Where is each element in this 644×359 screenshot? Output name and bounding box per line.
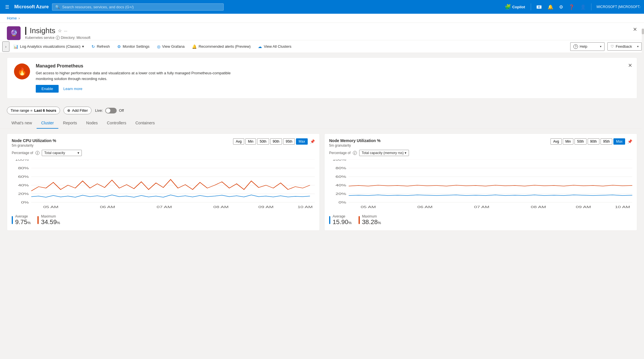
more-options-icon[interactable]: ··· <box>64 29 67 33</box>
time-range-prefix: Time range = <box>11 108 32 113</box>
feedback-label: Feedback <box>616 44 632 49</box>
memory-min-btn[interactable]: Min <box>563 138 573 145</box>
memory-max-legend: Maximum 38.28% <box>359 214 381 226</box>
memory-pin-icon[interactable]: 📌 <box>627 139 632 144</box>
tab-nodes[interactable]: Nodes <box>82 118 102 129</box>
svg-text:10 AM: 10 AM <box>615 205 630 209</box>
add-filter-label: Add Filter <box>72 108 88 113</box>
alerts-icon: 🔔 <box>192 44 197 49</box>
cpu-95th-btn[interactable]: 95th <box>283 138 295 145</box>
memory-avg-legend-text: Average 15.90% <box>333 214 352 226</box>
breadcrumb-separator: › <box>19 16 20 20</box>
brand-name: Microsoft Azure <box>14 4 49 9</box>
svg-text:09 AM: 09 AM <box>576 205 591 209</box>
cpu-50th-btn[interactable]: 50th <box>257 138 269 145</box>
page-title-text: Insights <box>30 26 55 35</box>
memory-avg-swatch <box>329 216 330 224</box>
user-label: MICROSOFT (MICROSOFT.ONMI... <box>597 5 641 9</box>
refresh-button[interactable]: ↻ Refresh <box>88 42 113 51</box>
cpu-avg-btn[interactable]: Avg <box>233 138 244 145</box>
bell-icon: 🔔 <box>548 4 553 10</box>
memory-avg-btn[interactable]: Avg <box>550 138 561 145</box>
search-bar[interactable]: 🔍 Search resources, services, and docs (… <box>52 3 224 11</box>
live-toggle-switch[interactable] <box>105 108 117 113</box>
live-toggle: Live: Off <box>95 108 124 113</box>
cpu-filter-info-icon: i <box>35 151 39 155</box>
scrollbar-thumb[interactable] <box>642 29 644 34</box>
max-color-swatch <box>37 216 39 224</box>
gear-icon: ⚙ <box>559 4 563 10</box>
svg-text:06 AM: 06 AM <box>100 205 115 209</box>
page-title: Insights ☆ ··· <box>25 26 637 35</box>
hamburger-menu[interactable]: ☰ <box>3 3 11 11</box>
person-icon: 👤 <box>580 4 586 10</box>
cpu-min-btn[interactable]: Min <box>245 138 256 145</box>
filter-bar: Time range = Last 6 hours ⊕ Add Filter L… <box>0 103 644 118</box>
tab-cluster[interactable]: Cluster <box>37 118 58 129</box>
memory-max-btn[interactable]: Max <box>613 138 625 145</box>
user-divider <box>591 3 591 10</box>
svg-text:10 AM: 10 AM <box>297 205 313 209</box>
title-bar-decoration <box>25 27 26 35</box>
learn-more-link[interactable]: Learn more <box>63 87 82 91</box>
recommended-alerts-label: Recommended alerts (Preview) <box>198 44 251 49</box>
memory-filter-label: Percentage of <box>329 151 351 155</box>
memory-utilization-chart: Node Memory Utilization % 5m granularity… <box>324 133 637 231</box>
recommended-alerts-button[interactable]: 🔔 Recommended alerts (Preview) <box>188 42 254 51</box>
memory-filter-select[interactable]: Total capacity (memory rss) ▾ <box>359 150 409 156</box>
user-account-button[interactable]: MICROSOFT (MICROSOFT.ONMI... <box>595 3 641 11</box>
breadcrumb-home[interactable]: Home <box>7 16 17 20</box>
command-bar-expand[interactable]: › <box>2 41 9 52</box>
memory-95th-btn[interactable]: 95th <box>601 138 612 145</box>
view-selector-button[interactable]: 📊 Log Analytics visualizations (Classic)… <box>10 42 88 51</box>
banner-close-button[interactable]: ✕ <box>628 62 632 69</box>
monitor-settings-button[interactable]: ⚙ Monitor Settings <box>114 42 153 51</box>
feedback-dropdown[interactable]: ♡ Feedback ▾ <box>607 42 642 51</box>
tab-reports[interactable]: Reports <box>58 118 82 129</box>
top-nav: ☰ Microsoft Azure 🔍 Search resources, se… <box>0 0 644 14</box>
cpu-pin-icon[interactable]: 📌 <box>310 139 315 144</box>
svg-text:08 AM: 08 AM <box>213 205 228 209</box>
memory-50th-btn[interactable]: 50th <box>575 138 586 145</box>
memory-filter-info-icon: i <box>353 151 357 155</box>
cpu-avg-legend: Average 9.75% <box>12 214 31 226</box>
view-all-clusters-button[interactable]: ☁ View All Clusters <box>255 42 295 51</box>
tab-whats-new[interactable]: What's new <box>7 118 37 129</box>
hamburger-icon: ☰ <box>5 4 9 10</box>
cpu-filter-select[interactable]: Total capacity ▾ <box>42 150 82 156</box>
help-dropdown-icon: ? <box>573 44 578 49</box>
svg-text:07 AM: 07 AM <box>474 205 489 209</box>
time-range-filter[interactable]: Time range = Last 6 hours <box>7 107 60 114</box>
nav-icons: 🧩 Copilot 📧 🔔 ⚙ ❓ 👤 MICROSOFT (MICROSOFT… <box>502 3 641 11</box>
cpu-90th-btn[interactable]: 90th <box>270 138 282 145</box>
add-filter-button[interactable]: ⊕ Add Filter <box>63 107 92 114</box>
cpu-max-legend: Maximum 34.59% <box>37 214 60 226</box>
refresh-icon: ↻ <box>92 44 95 49</box>
feedback-icon-btn[interactable]: 👤 <box>579 3 588 11</box>
help-icon-btn[interactable]: ❓ <box>567 3 576 11</box>
settings-icon-btn[interactable]: ⚙ <box>557 3 565 11</box>
scrollbar[interactable] <box>642 29 644 235</box>
memory-chart-title: Node Memory Utilization % <box>329 138 381 143</box>
analytics-icon: 📊 <box>13 44 18 49</box>
notification-icon-btn[interactable]: 🔔 <box>546 3 555 11</box>
svg-text:05 AM: 05 AM <box>43 205 58 209</box>
cpu-max-btn[interactable]: Max <box>296 138 308 145</box>
favorite-star-icon[interactable]: ☆ <box>58 28 62 33</box>
svg-text:100%: 100% <box>333 159 346 161</box>
enable-button[interactable]: Enable <box>36 85 59 93</box>
view-grafana-button[interactable]: ◎ View Grafana <box>154 42 188 51</box>
copilot-button[interactable]: 🧩 Copilot <box>502 3 527 11</box>
flame-icon: 🔥 <box>17 67 27 76</box>
mail-icon-btn[interactable]: 📧 <box>534 3 544 11</box>
help-dropdown[interactable]: ? Help ▾ <box>570 42 605 51</box>
view-grafana-label: View Grafana <box>162 44 185 49</box>
close-header-button[interactable]: ✕ <box>633 26 637 33</box>
page-title-area: Insights ☆ ··· Kubernetes service i Dire… <box>25 26 637 40</box>
max-legend-text: Maximum 34.59% <box>41 214 60 226</box>
tab-controllers[interactable]: Controllers <box>102 118 131 129</box>
memory-90th-btn[interactable]: 90th <box>588 138 599 145</box>
tab-containers[interactable]: Containers <box>131 118 159 129</box>
cpu-chart-controls: Avg Min 50th 90th 95th Max 📌 <box>233 138 315 145</box>
avg-color-swatch <box>12 216 13 224</box>
